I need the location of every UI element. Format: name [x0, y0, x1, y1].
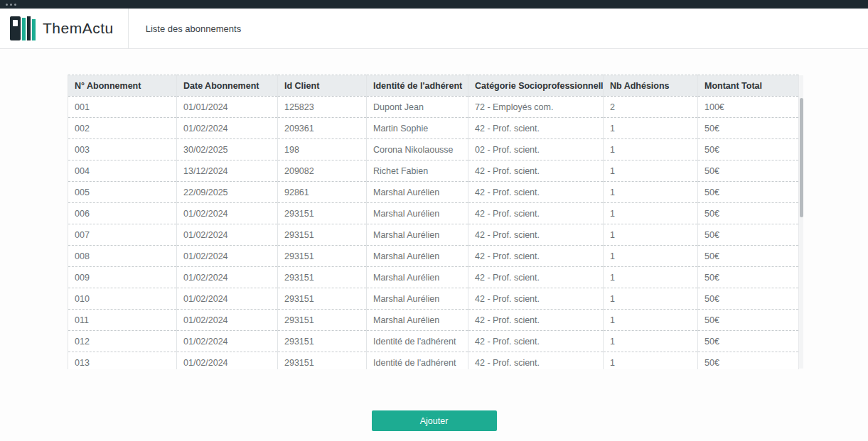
table-cell: 01/02/2024: [177, 203, 278, 224]
table-cell: Marshal Aurélien: [367, 288, 468, 310]
table-cell: 209361: [278, 118, 367, 139]
table-cell: 42 - Prof. scient.: [468, 160, 604, 182]
table-cell: Marshal Aurélien: [367, 310, 468, 331]
app-header: ThemActu Liste des abonnements: [0, 9, 868, 49]
table-cell: Marshal Aurélien: [367, 182, 468, 203]
table-cell: 72 - Employés com.: [468, 97, 604, 118]
table-cell: 42 - Prof. scient.: [468, 267, 604, 288]
table-row[interactable]: 00901/02/2024293151Marshal Aurélien42 - …: [68, 267, 799, 288]
table-cell: 22/09/2025: [177, 182, 278, 203]
table-cell: Marshal Aurélien: [367, 267, 468, 288]
table-row[interactable]: 00801/02/2024293151Marshal Aurélien42 - …: [68, 246, 799, 267]
table-cell: 006: [68, 203, 177, 224]
table-cell: 011: [68, 310, 177, 331]
window-titlebar: [0, 0, 868, 9]
table-cell: 01/02/2024: [177, 246, 278, 267]
table-cell: 100€: [698, 97, 799, 118]
table-row[interactable]: 01101/02/2024293151Marshal Aurélien42 - …: [68, 310, 799, 331]
table-cell: 293151: [278, 331, 367, 352]
table-cell: 008: [68, 246, 177, 267]
window-controls[interactable]: [10, 4, 12, 6]
subscriptions-table-container: N° AbonnementDate AbonnementId ClientIde…: [68, 75, 803, 369]
table-header-row: N° AbonnementDate AbonnementId ClientIde…: [68, 75, 799, 97]
scrollbar-thumb[interactable]: [800, 98, 803, 217]
table-cell: 293151: [278, 224, 367, 246]
table-cell: 1: [604, 352, 698, 370]
table-cell: Martin Sophie: [367, 118, 468, 139]
table-cell: 1: [604, 203, 698, 224]
logo-text: ThemActu: [43, 20, 114, 37]
table-cell: 01/02/2024: [177, 118, 278, 139]
table-cell: 012: [68, 331, 177, 352]
table-cell: 01/02/2024: [177, 331, 278, 352]
table-row[interactable]: 00101/01/2024125823Dupont Jean72 - Emplo…: [68, 97, 799, 118]
table-row[interactable]: 00701/02/2024293151Marshal Aurélien42 - …: [68, 224, 799, 246]
table-cell: 50€: [698, 160, 799, 182]
table-cell: 293151: [278, 203, 367, 224]
table-cell: 1: [604, 246, 698, 267]
table-cell: 1: [604, 139, 698, 160]
table-cell: 50€: [698, 331, 799, 352]
table-cell: 001: [68, 97, 177, 118]
table-cell: 50€: [698, 267, 799, 288]
table-cell: 50€: [698, 182, 799, 203]
table-cell: 009: [68, 267, 177, 288]
table-cell: 198: [278, 139, 367, 160]
table-cell: 1: [604, 224, 698, 246]
table-row[interactable]: 00330/02/2025198Corona Nikolaousse02 - P…: [68, 139, 799, 160]
table-cell: 02 - Prof. scient.: [468, 139, 604, 160]
table-cell: 004: [68, 160, 177, 182]
table-cell: 007: [68, 224, 177, 246]
table-cell: 42 - Prof. scient.: [468, 246, 604, 267]
table-cell: 1: [604, 118, 698, 139]
table-cell: 42 - Prof. scient.: [468, 352, 604, 370]
table-cell: 002: [68, 118, 177, 139]
window-controls[interactable]: [6, 4, 8, 6]
header-divider: [128, 9, 129, 49]
table-cell: 01/02/2024: [177, 352, 278, 370]
table-cell: Dupont Jean: [367, 97, 468, 118]
table-cell: 293151: [278, 246, 367, 267]
add-button[interactable]: Ajouter: [372, 410, 497, 431]
table-cell: 50€: [698, 246, 799, 267]
window-controls[interactable]: [14, 4, 16, 6]
table-cell: 1: [604, 331, 698, 352]
table-cell: 42 - Prof. scient.: [468, 182, 604, 203]
table-cell: 2: [604, 97, 698, 118]
table-cell: Marshal Aurélien: [367, 246, 468, 267]
table-cell: 50€: [698, 288, 799, 310]
table-cell: 30/02/2025: [177, 139, 278, 160]
table-row[interactable]: 00413/12/2024209082Richet Fabien42 - Pro…: [68, 160, 799, 182]
column-header: Nb Adhésions: [604, 75, 698, 97]
table-cell: 42 - Prof. scient.: [468, 203, 604, 224]
table-row[interactable]: 00522/09/202592861Marshal Aurélien42 - P…: [68, 182, 799, 203]
table-cell: Identité de l'adhérent: [367, 352, 468, 370]
table-cell: Marshal Aurélien: [367, 203, 468, 224]
table-cell: 013: [68, 352, 177, 370]
column-header: N° Abonnement: [68, 75, 177, 97]
table-cell: 01/02/2024: [177, 224, 278, 246]
table-row[interactable]: 01201/02/2024293151Identité de l'adhéren…: [68, 331, 799, 352]
table-cell: 50€: [698, 139, 799, 160]
table-row[interactable]: 00601/02/2024293151Marshal Aurélien42 - …: [68, 203, 799, 224]
table-cell: 42 - Prof. scient.: [468, 118, 604, 139]
table-cell: 01/02/2024: [177, 310, 278, 331]
table-cell: 50€: [698, 352, 799, 370]
table-cell: 50€: [698, 118, 799, 139]
table-row[interactable]: 01001/02/2024293151Marshal Aurélien42 - …: [68, 288, 799, 310]
table-cell: 42 - Prof. scient.: [468, 224, 604, 246]
column-header: Id Client: [278, 75, 367, 97]
table-cell: 293151: [278, 310, 367, 331]
column-header: Identité de l'adhérent: [367, 75, 468, 97]
table-row[interactable]: 00201/02/2024209361Martin Sophie42 - Pro…: [68, 118, 799, 139]
table-cell: 42 - Prof. scient.: [468, 288, 604, 310]
table-cell: 209082: [278, 160, 367, 182]
table-scrollbar[interactable]: [798, 75, 803, 369]
table-cell: 50€: [698, 310, 799, 331]
logo[interactable]: ThemActu: [0, 16, 128, 40]
table-cell: 010: [68, 288, 177, 310]
table-cell: 1: [604, 288, 698, 310]
table-cell: 1: [604, 267, 698, 288]
table-row[interactable]: 01301/02/2024293151Identité de l'adhéren…: [68, 352, 799, 370]
column-header: Catégorie Socioprofessionnelle: [468, 75, 604, 97]
